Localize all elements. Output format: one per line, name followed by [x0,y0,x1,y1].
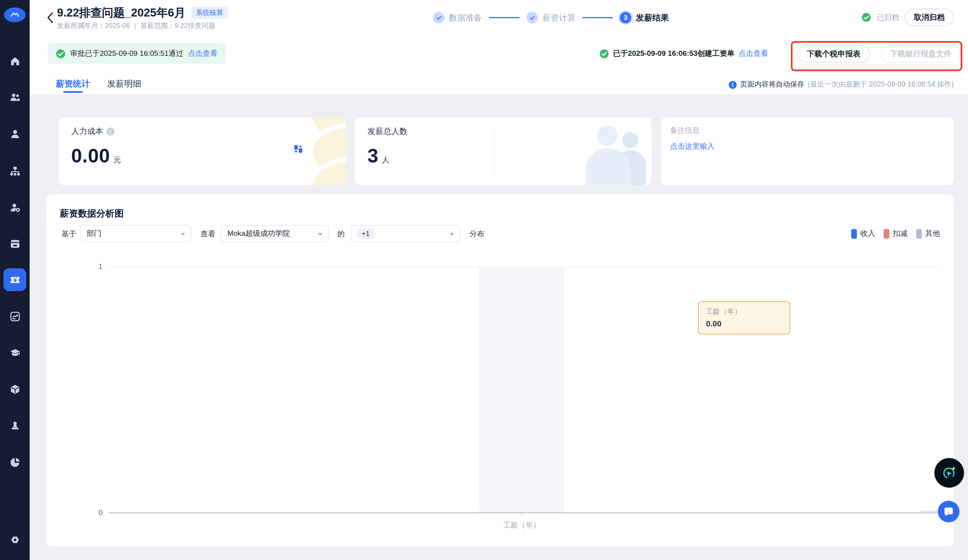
moka-logo-icon[interactable] [4,7,26,22]
step-salary-calc[interactable]: 薪资计算 [527,12,575,23]
calc-mode-badge: 系统核算 [191,7,228,19]
step-number: 3 [620,12,631,23]
stamp-icon [9,419,21,432]
download-tax-report-button[interactable]: 下载个税申报表 [798,45,870,63]
home-icon [9,55,21,67]
payslip-text: 已于2025-09-09 16:06:53创建工资单 [613,48,734,59]
x-tick-mark [521,513,522,516]
remark-card: 备注信息 点击这里输入 [661,118,954,185]
fab-divider-line [920,511,938,512]
payslip-view-link[interactable]: 点击查看 [738,48,768,59]
y-tick-1: 1 [85,262,103,271]
labor-cost-value: 0.00 元 [71,145,121,167]
sidebar-item-stamp[interactable] [0,414,30,437]
headcount-value: 3 人 [368,145,390,167]
payslip-check-icon [599,49,609,58]
cube-icon [9,383,21,395]
sidebar-item-org-structure[interactable] [0,159,30,182]
ai-assistant-button[interactable] [934,458,964,488]
trend-chart-icon [9,310,21,322]
page-title-text: 9.22排查问题_2025年6月 [57,6,186,19]
sidebar-item-analytics[interactable] [0,305,30,328]
view-label: 查看 [201,229,215,239]
archived-status: 已归档 [877,12,899,23]
info-icon[interactable]: i [729,81,737,89]
remark-input-link[interactable]: 点击这里输入 [670,141,714,152]
legend-swatch [883,229,889,239]
labor-cost-card: 人力成本 i 0.00 元 [59,118,346,185]
of-label: 的 [337,229,345,239]
based-on-label: 基于 [61,229,76,239]
sidebar-item-employees[interactable] [0,85,30,108]
coins-illustration [292,118,346,185]
payroll-money-icon [9,274,21,286]
download-bank-file-button[interactable]: 下载银行报盘文件 [881,45,961,63]
active-tab-underline [63,91,83,93]
step-connector [582,17,613,18]
sidebar-item-reports[interactable] [0,451,30,474]
page-title: 9.22排查问题_2025年6月系统核算 [57,5,228,20]
y-tick-0: 0 [85,508,103,517]
chat-button[interactable] [938,501,960,522]
approval-check-icon [56,49,66,58]
ai-assistant-icon [941,464,958,481]
x-axis-title: 工龄（年） [481,520,562,530]
step-check-icon [433,12,444,23]
sync-icon [293,144,304,157]
tab-salary-stats[interactable]: 薪资统计 [56,79,90,89]
sidebar [0,0,30,560]
legend-item-income[interactable]: 收入 [851,229,875,239]
calendar-icon [9,237,21,249]
chart-hover-band [479,267,564,513]
chart-legend: 收入 扣减 其他 [851,229,940,239]
legend-item-deduction[interactable]: 扣减 [883,229,908,239]
payslip-banner: 已于2025-09-09 16:06:53创建工资单 点击查看 [599,43,768,64]
approval-banner: 审批已于2025-09-09 16:05:51通过 点击查看 [48,43,225,64]
autosave-note: i 页面内容将自动保存 (最近一次由嘉鹏于 2025-09-09 16:08:5… [729,80,954,89]
gridline-y1 [109,267,940,267]
chart-title: 薪资数据分析图 [60,208,124,220]
metric-tag: +1 [357,229,374,239]
step-connector [489,17,520,18]
chevron-down-icon [318,233,323,236]
sidebar-item-calendar[interactable] [0,232,30,255]
back-button[interactable] [45,10,57,25]
approval-view-link[interactable]: 点击查看 [188,48,217,59]
metric-select[interactable]: +1 [351,225,460,242]
cancel-archive-button[interactable]: 取消归档 [905,8,954,26]
users-icon [9,91,21,103]
chat-bubble-icon [943,506,954,517]
tab-payroll-detail[interactable]: 发薪明细 [107,79,141,89]
legend-swatch [916,229,922,239]
sidebar-item-person[interactable] [0,123,30,145]
pie-chart-icon [9,456,21,468]
headcount-card: 发薪总人数 3 人 [355,118,651,185]
step-data-prep[interactable]: 数据准备 [433,12,482,23]
remark-title: 备注信息 [670,125,699,136]
tooltip-value: 0.00 [706,319,782,328]
nut-icon [9,533,21,545]
sidebar-item-payroll-active[interactable] [3,268,26,291]
page: 9.22排查问题_2025年6月系统核算 发薪所属年月：2025-06 ｜ 算薪… [0,0,968,560]
user-icon [9,128,21,140]
stepper: 数据准备 薪资计算 3 发薪结果 [433,12,669,23]
sidebar-item-person-add[interactable] [0,196,30,219]
x-axis-line [109,512,940,513]
labor-cost-title: 人力成本 i [71,126,114,137]
sidebar-item-settings[interactable] [0,528,30,551]
legend-item-other[interactable]: 其他 [916,229,940,239]
sidebar-item-home[interactable] [0,50,30,72]
sidebar-item-assets[interactable] [0,378,30,401]
step-payout-result[interactable]: 3 发薪结果 [620,12,669,23]
step-check-icon [527,12,538,23]
chart-tooltip: 工龄（年） 0.00 [698,302,790,335]
sidebar-item-training[interactable] [0,341,30,364]
approval-text: 审批已于2025-09-09 16:05:51通过 [70,48,183,59]
card-divider [494,128,494,175]
info-icon[interactable]: i [106,128,114,136]
dimension-select[interactable]: 部门 [80,225,191,242]
distribution-label: 分布 [469,229,484,239]
header-right: 已归档 取消归档 [862,8,954,26]
department-select[interactable]: Moka超级成功学院 [221,225,329,242]
autosave-text: 页面内容将自动保存 [740,80,804,89]
